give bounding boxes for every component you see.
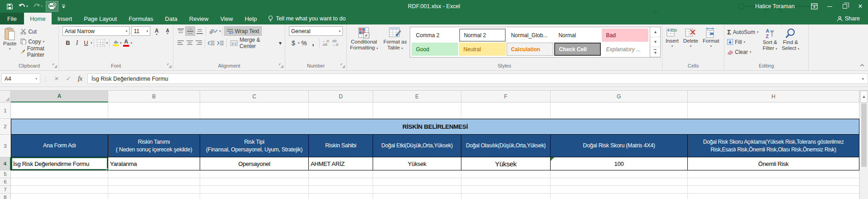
save-button[interactable]	[5, 1, 15, 12]
style-chip-bad[interactable]: Bad	[602, 29, 648, 42]
paste-button[interactable]: Paste ▾	[1, 26, 19, 51]
delete-cells-button[interactable]: Delete▾	[681, 26, 700, 49]
cell-e7[interactable]	[373, 186, 461, 194]
cell-f7[interactable]	[461, 186, 551, 194]
cell-e3[interactable]: Doğal Etki(Düşük,Orta,Yüksek)	[373, 135, 461, 157]
cell-e6[interactable]	[373, 178, 461, 186]
cell-a4-selected[interactable]: İsg Risk Değerlendirme Formu	[11, 157, 108, 170]
row-header-5[interactable]: 5	[0, 170, 11, 178]
insert-function-button[interactable]: fx	[75, 73, 86, 84]
select-all-corner[interactable]	[0, 91, 11, 102]
cell-c3[interactable]: Risk Tipi (Finansal, Opersayonel, Uyum, …	[200, 135, 309, 157]
selection-fill-handle[interactable]	[106, 169, 109, 171]
cell-h4[interactable]: Önemli Risk	[688, 157, 859, 170]
cell-e4[interactable]: Yüksek	[373, 157, 461, 170]
insert-cells-button[interactable]: Insert▾	[663, 26, 681, 49]
cell-b8[interactable]	[108, 194, 200, 199]
wrap-text-button[interactable]: Wrap Text	[224, 26, 262, 36]
gallery-scroll-up[interactable]: ▲	[650, 27, 660, 37]
close-button[interactable]: ×	[853, 0, 868, 13]
row-header-1[interactable]: 1	[0, 102, 11, 119]
comma-style-button[interactable]: ,	[309, 38, 318, 48]
scrollbar-up-arrow[interactable]: ▲	[860, 91, 868, 102]
cell-g4[interactable]: 100	[551, 157, 688, 170]
column-header-d[interactable]: D	[309, 91, 373, 102]
style-chip-comma2[interactable]: Comma 2	[412, 29, 458, 42]
cell-d8[interactable]	[309, 194, 373, 199]
customize-qat-button[interactable]	[60, 1, 67, 12]
cell-g6[interactable]	[551, 178, 688, 186]
cell-c1[interactable]	[200, 102, 309, 119]
decrease-indent-button[interactable]	[206, 38, 216, 48]
cancel-button[interactable]: ✕	[51, 73, 62, 84]
cell-h7[interactable]	[688, 186, 859, 194]
vertical-scrollbar[interactable]: ▲	[859, 91, 868, 199]
font-size-combo[interactable]: 11▾	[131, 26, 150, 36]
user-name[interactable]: Hatice Toraman	[755, 3, 795, 10]
cell-banner-riskin-belirlenmesi[interactable]: RİSKİN BELİRLENMESİ	[11, 119, 859, 135]
percent-style-button[interactable]: %	[300, 38, 309, 48]
row-header-6[interactable]: 6	[0, 178, 11, 186]
column-header-c[interactable]: C	[200, 91, 309, 102]
cell-d3[interactable]: Riskin Sahibi	[309, 135, 373, 157]
tab-file[interactable]: File	[0, 13, 24, 24]
quick-print-button[interactable]	[46, 1, 58, 12]
format-as-table-dropdown-arrow[interactable]: ▾	[401, 47, 403, 50]
ribbon-display-options-button[interactable]	[806, 0, 822, 13]
tab-home[interactable]: Home	[24, 13, 52, 24]
decrease-font-size-button[interactable]: A▼	[163, 26, 172, 36]
delete-dropdown-arrow[interactable]: ▾	[690, 44, 692, 48]
cell-d4[interactable]: AHMET ARİZ	[309, 157, 373, 170]
sort-filter-button[interactable]: AZ Sort & Filter ▾	[760, 26, 779, 52]
accounting-format-button[interactable]: $	[289, 38, 298, 48]
gallery-more-button[interactable]: ▔▼	[650, 47, 660, 57]
tab-review[interactable]: Review	[183, 13, 215, 24]
find-select-button[interactable]: Find & Select ▾	[780, 26, 802, 52]
cell-c4[interactable]: Opersayonel	[200, 157, 309, 170]
cell-b6[interactable]	[108, 178, 200, 186]
style-chip-neutral[interactable]: Neutral	[459, 43, 506, 56]
redo-button[interactable]: ▾	[31, 1, 45, 12]
conditional-formatting-dropdown-arrow[interactable]: ▾	[376, 47, 378, 50]
row-header-2[interactable]: 2	[0, 119, 11, 135]
tell-me-box[interactable]: Tell me what you want to do	[263, 13, 351, 24]
cell-a7[interactable]	[11, 186, 108, 194]
align-right-button[interactable]	[194, 38, 203, 48]
cell-b1[interactable]	[108, 102, 200, 119]
clear-button[interactable]: Clear▾	[725, 47, 760, 57]
middle-align-button[interactable]	[185, 26, 195, 36]
underline-dropdown-arrow[interactable]: ▾	[91, 41, 92, 45]
cell-f3[interactable]: Doğal Olasılık(Düşük,Orta,Yüksek)	[461, 135, 551, 157]
bottom-align-button[interactable]	[195, 26, 204, 36]
column-header-h[interactable]: H	[688, 91, 859, 102]
tab-data[interactable]: Data	[159, 13, 183, 24]
insert-dropdown-arrow[interactable]: ▾	[671, 44, 673, 48]
enter-button[interactable]: ✓	[63, 73, 74, 84]
font-dialog-launcher[interactable]	[167, 63, 172, 68]
cell-d1[interactable]	[309, 102, 373, 119]
paste-dropdown-arrow[interactable]: ▾	[9, 47, 11, 51]
align-center-button[interactable]	[185, 38, 194, 48]
find-select-dropdown-arrow[interactable]: ▾	[798, 47, 800, 50]
tab-insert[interactable]: Insert	[52, 13, 78, 24]
format-as-table-button[interactable]: Format as Table ▾	[381, 26, 409, 51]
gallery-scroll-down[interactable]: ▼	[650, 37, 660, 47]
align-left-button[interactable]	[176, 38, 185, 48]
format-dropdown-arrow[interactable]: ▾	[710, 44, 712, 48]
tab-formulas[interactable]: Formulas	[123, 13, 159, 24]
font-color-button[interactable]: A	[122, 38, 131, 48]
underline-button[interactable]: U	[82, 38, 91, 48]
top-align-button[interactable]	[176, 26, 185, 36]
cell-h3[interactable]: Doğal Risk Skoru Açıklama(Yüksek Risk,To…	[688, 135, 859, 157]
style-chip-normal-glob[interactable]: Normal_Glob...	[507, 29, 553, 42]
style-chip-explanatory[interactable]: Explanatory ...	[602, 43, 648, 56]
column-header-e[interactable]: E	[373, 91, 461, 102]
cell-a1[interactable]	[11, 102, 108, 119]
cell-g3[interactable]: Doğal Risk Skoru (Matris 4X4)	[551, 135, 688, 157]
redo-dropdown-arrow[interactable]: ▾	[41, 5, 43, 8]
style-chip-good[interactable]: Good	[412, 43, 458, 56]
column-header-b[interactable]: B	[108, 91, 200, 102]
row-header-3[interactable]: 3	[0, 135, 11, 157]
cell-f8[interactable]	[461, 194, 551, 199]
cell-a3[interactable]: Ana Form Adı	[11, 135, 108, 157]
